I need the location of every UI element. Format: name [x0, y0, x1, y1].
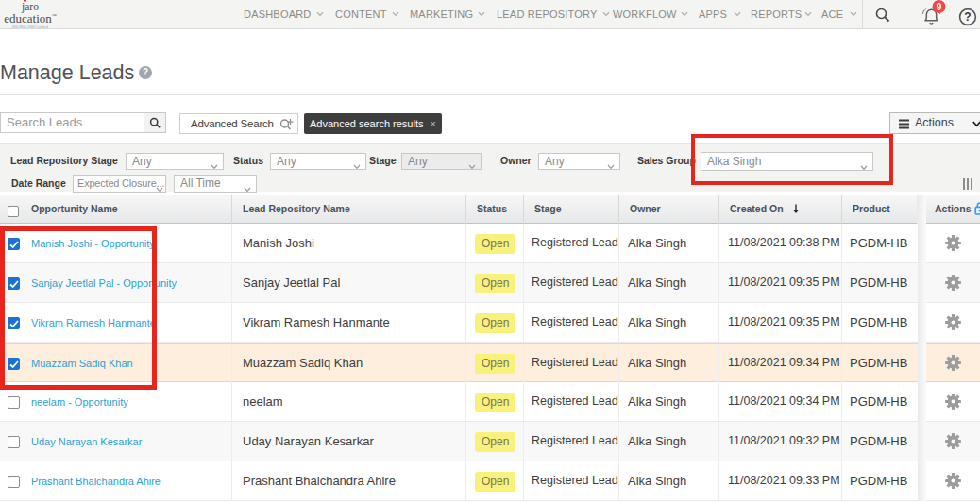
svg-text:?: ?	[964, 10, 971, 24]
svg-text:9: 9	[937, 2, 942, 12]
